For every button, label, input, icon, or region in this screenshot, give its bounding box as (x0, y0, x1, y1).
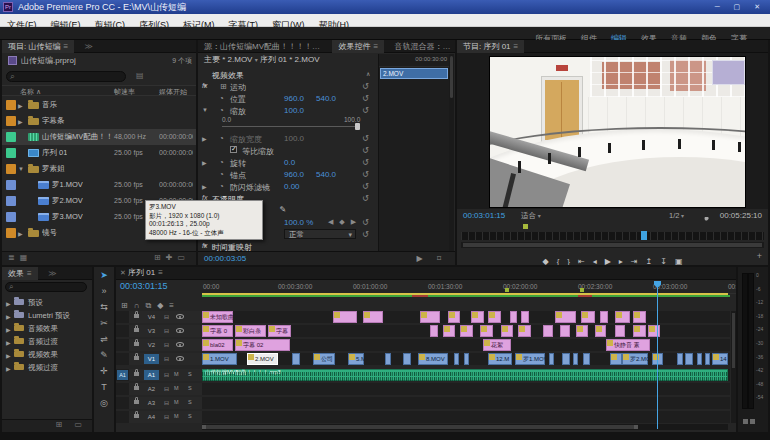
track-header-A1[interactable]: A1A1⊟M S (116, 369, 202, 381)
video-clip[interactable] (292, 353, 300, 365)
fit-dropdown[interactable]: 适合 (521, 211, 541, 221)
lift-icon[interactable]: ↥ (646, 255, 653, 265)
project-column-headers[interactable]: 名称 ∧ 帧速率 媒体开始 (2, 85, 196, 96)
track-header-V3[interactable]: V3⊟ (116, 325, 202, 337)
label-chip[interactable] (6, 100, 16, 110)
reset-icon[interactable] (362, 158, 369, 167)
project-search-input[interactable] (6, 71, 126, 82)
program-timecode[interactable]: 00:03:01:15 (463, 211, 505, 220)
effects-search-input[interactable] (5, 282, 87, 292)
video-clip[interactable] (581, 311, 595, 323)
twirl-icon[interactable]: ▶ (202, 183, 207, 190)
video-clip[interactable] (633, 311, 646, 323)
sync-lock-icon[interactable]: ⊟ (164, 371, 169, 378)
video-clip[interactable] (363, 311, 383, 323)
track-target-V4[interactable]: V4 (144, 312, 159, 322)
eye-icon[interactable] (176, 342, 184, 347)
button-editor-icon[interactable]: + (757, 251, 762, 261)
video-clip[interactable]: 公司 (313, 353, 335, 365)
sync-lock-icon[interactable]: ⊟ (164, 327, 169, 334)
item-name[interactable]: 字幕条 (42, 116, 65, 126)
label-chip[interactable] (6, 180, 16, 190)
project-row[interactable]: ▶音乐 (2, 97, 196, 113)
play-icon[interactable]: ▶ (605, 255, 611, 265)
label-chip[interactable] (6, 164, 16, 174)
track-target-A1[interactable]: A1 (144, 370, 159, 380)
video-clip[interactable]: 14 (712, 353, 728, 365)
timeline-hscrollbar[interactable] (202, 424, 728, 430)
twirl-icon[interactable]: ▶ (6, 365, 11, 372)
effect-controls-footer-icons[interactable]: ▶ ⌑ (417, 254, 447, 263)
track-target-V2[interactable]: V2 (144, 340, 159, 350)
video-clip[interactable]: 1.MOV (202, 353, 237, 365)
export-frame-icon[interactable]: ▣ (675, 255, 683, 265)
timeline-marker-icon[interactable] (580, 288, 584, 292)
video-clip[interactable] (633, 325, 646, 337)
timeline-settings-icon[interactable]: ≡ (169, 301, 174, 310)
reset-icon[interactable] (362, 194, 369, 203)
reset-icon[interactable] (362, 134, 369, 143)
lock-icon[interactable] (134, 400, 139, 404)
label-chip[interactable] (6, 132, 16, 142)
lock-icon[interactable] (134, 328, 139, 332)
item-name[interactable]: 罗素姐 (42, 164, 65, 174)
label-chip[interactable] (6, 116, 16, 126)
blend-mode-dropdown[interactable]: 正常 (284, 229, 356, 239)
source-patch-column[interactable]: A1 (116, 369, 129, 381)
project-row[interactable]: 罗1.MOV25.00 fps00:00:00:00 (2, 177, 196, 193)
go-to-out-icon[interactable]: ⇥ (631, 255, 638, 265)
view-toggle-icons[interactable]: ≣▦ (8, 253, 32, 262)
video-clip[interactable] (549, 353, 554, 365)
source-patch-column[interactable] (116, 325, 129, 337)
project-row[interactable]: ▶字幕条 (2, 113, 196, 129)
twirl-icon[interactable]: ▶ (6, 326, 11, 333)
track-header-A4[interactable]: A4⊟M S (116, 411, 202, 423)
video-clip[interactable] (471, 311, 484, 323)
add-marker-icon[interactable]: ◆ (542, 255, 548, 265)
sync-lock-icon[interactable]: ⊟ (164, 313, 169, 320)
twirl-icon[interactable]: ▶ (18, 102, 23, 109)
effects-category[interactable]: ▶视频效果 (2, 348, 92, 361)
track-target-A2[interactable]: A2 (144, 384, 159, 394)
twirl-icon[interactable]: ▼ (202, 107, 208, 113)
source-patch-column[interactable] (116, 311, 129, 323)
uniform-scale-checkbox[interactable] (230, 146, 237, 153)
sequence-clip-label[interactable]: 序列 01 * 2.MOV (260, 55, 320, 64)
playhead-line[interactable] (657, 281, 658, 429)
category-name[interactable]: 预设 (28, 298, 43, 308)
reset-icon[interactable] (362, 106, 369, 115)
track-header-A3[interactable]: A3⊟M S (116, 397, 202, 409)
mini-timeline-ruler[interactable]: 00:00:30:00 (379, 54, 449, 67)
video-clip[interactable] (420, 311, 440, 323)
program-scrubber[interactable] (461, 232, 764, 240)
video-clip[interactable] (488, 311, 501, 323)
pen-tool[interactable]: ✎ (94, 347, 114, 363)
effect-row-运动[interactable]: ▼运动 (198, 80, 376, 92)
track-select-tool[interactable]: » (94, 283, 114, 299)
linked-selection-icon[interactable]: ⧉ (145, 301, 151, 311)
effect-row-缩放宽度[interactable]: ▶缩放宽度100.0 (198, 132, 376, 144)
keyframe-nav-icons[interactable]: ◀ ◆ ▶ (328, 218, 358, 226)
effects-category[interactable]: ▶视频过渡 (2, 361, 92, 374)
tab-sequence[interactable]: 序列 01 (128, 267, 163, 279)
video-clip[interactable] (595, 325, 606, 337)
reset-icon[interactable] (362, 218, 369, 227)
column-name[interactable]: 名称 ∧ (20, 87, 41, 97)
item-name[interactable]: 罗1.MOV (52, 180, 83, 190)
project-file-name[interactable]: 山传短编.prproj (21, 55, 76, 66)
video-clip[interactable] (555, 311, 576, 323)
video-clip[interactable] (685, 353, 693, 365)
twirl-icon[interactable]: ▶ (6, 313, 11, 320)
video-clip[interactable] (510, 311, 517, 323)
tab-audio-mixer[interactable]: 音轨混合器：序列 01 (389, 40, 455, 53)
twirl-icon[interactable]: ▶ (202, 159, 207, 166)
video-clip[interactable] (573, 353, 578, 365)
effect-controls-timecode[interactable]: 00:00:03:05 (204, 254, 246, 263)
item-name[interactable]: 序列 01 (42, 148, 67, 158)
reset-icon[interactable] (362, 170, 369, 179)
video-clip[interactable] (576, 325, 588, 337)
video-clip[interactable] (648, 325, 660, 337)
track-target-A3[interactable]: A3 (144, 398, 159, 408)
video-clip[interactable]: 5.M (348, 353, 364, 365)
category-name[interactable]: 音频效果 (28, 324, 58, 334)
